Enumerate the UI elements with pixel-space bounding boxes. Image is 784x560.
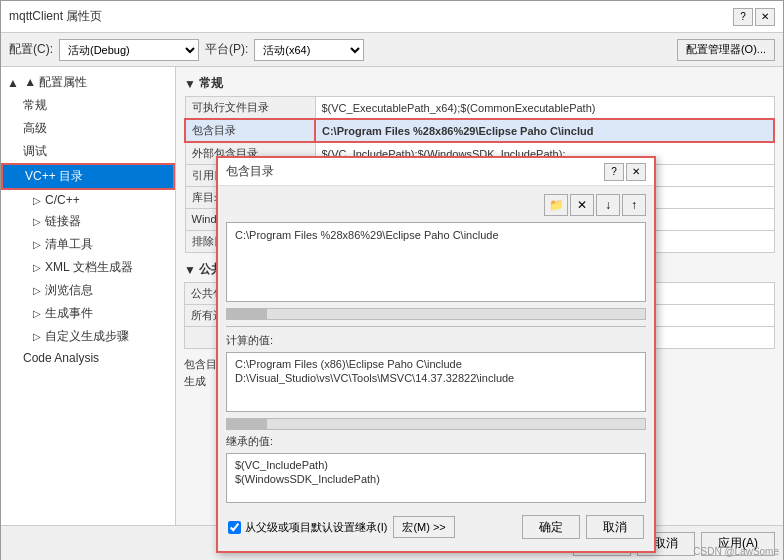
dialog-move-up-button[interactable]: ↑ — [622, 194, 646, 216]
custom-build-arrow-icon: ▷ — [33, 331, 41, 342]
computed-item-1: C:\Program Files (x86)\Eclipse Paho C\in… — [231, 357, 641, 371]
macro-button[interactable]: 宏(M) >> — [393, 516, 454, 538]
dialog-title-buttons: ? ✕ — [604, 163, 646, 181]
sidebar-collapse-icon: ▲ — [7, 76, 19, 90]
config-dropdown[interactable]: 活动(Debug) — [59, 39, 199, 61]
general-section-header: ▼ 常规 — [184, 75, 775, 92]
include-directory-dialog: 包含目录 ? ✕ 📁 ✕ ↓ ↑ C:\Program Files %28x86… — [216, 156, 656, 553]
dialog-separator — [226, 326, 646, 327]
dialog-move-down-button[interactable]: ↓ — [596, 194, 620, 216]
xml-arrow-icon: ▷ — [33, 262, 41, 273]
sidebar-item-linker[interactable]: ▷链接器 — [1, 210, 175, 233]
toolbar-row: 配置(C): 活动(Debug) 平台(P): 活动(x64) 配置管理器(O)… — [1, 33, 783, 67]
config-manager-button[interactable]: 配置管理器(O)... — [677, 39, 775, 61]
sidebar-item-manifest[interactable]: ▷清单工具 — [1, 233, 175, 256]
inherit-checkbox[interactable] — [228, 521, 241, 534]
dialog-footer-right: 确定 取消 — [522, 515, 644, 539]
sidebar-item-code-analysis[interactable]: Code Analysis — [1, 348, 175, 368]
sidebar-item-advanced[interactable]: 高级 — [1, 117, 175, 140]
sidebar-item-build-events[interactable]: ▷生成事件 — [1, 302, 175, 325]
sidebar-item-debug[interactable]: 调试 — [1, 140, 175, 163]
sidebar-item-general[interactable]: 常规 — [1, 94, 175, 117]
computed-item-2: D:\Visual_Studio\vs\VC\Tools\MSVC\14.37.… — [231, 371, 641, 385]
sidebar-item-xml[interactable]: ▷XML 文档生成器 — [1, 256, 175, 279]
sidebar-item-browse[interactable]: ▷浏览信息 — [1, 279, 175, 302]
title-bar-buttons: ? ✕ — [733, 8, 775, 26]
sidebar-section-label: ▲ 配置属性 — [24, 74, 87, 91]
inherited-item-1: $(VC_IncludePath) — [231, 458, 641, 472]
dialog-ok-button[interactable]: 确定 — [522, 515, 580, 539]
main-window: mqttClient 属性页 ? ✕ 配置(C): 活动(Debug) 平台(P… — [0, 0, 784, 560]
sidebar-section-header[interactable]: ▲ ▲ 配置属性 — [1, 71, 175, 94]
inherited-label: 继承的值: — [226, 434, 646, 449]
table-row: 可执行文件目录 $(VC_ExecutablePath_x64);$(Commo… — [185, 97, 774, 120]
dialog-footer: 从父级或项目默认设置继承(I) 宏(M) >> 确定 取消 — [226, 511, 646, 543]
row-label-include: 包含目录 — [185, 119, 315, 142]
dialog-delete-button[interactable]: ✕ — [570, 194, 594, 216]
dialog-footer-left: 从父级或项目默认设置继承(I) 宏(M) >> — [228, 516, 455, 538]
dialog-folder-button[interactable]: 📁 — [544, 194, 568, 216]
dialog-title: 包含目录 — [226, 163, 274, 180]
dialog-toolbar: 📁 ✕ ↓ ↑ — [226, 194, 646, 216]
manifest-arrow-icon: ▷ — [33, 239, 41, 250]
dialog-title-bar: 包含目录 ? ✕ — [218, 158, 654, 186]
window-title: mqttClient 属性页 — [9, 8, 102, 25]
general-section-arrow: ▼ — [184, 77, 196, 91]
row-value-executable[interactable]: $(VC_ExecutablePath_x64);$(CommonExecuta… — [315, 97, 774, 120]
linker-arrow-icon: ▷ — [33, 216, 41, 227]
computed-list-scrollbar[interactable] — [226, 418, 646, 430]
inherited-list: $(VC_IncludePath) $(WindowsSDK_IncludePa… — [226, 453, 646, 503]
inherited-item-2: $(WindowsSDK_IncludePath) — [231, 472, 641, 486]
platform-dropdown[interactable]: 活动(x64) — [254, 39, 364, 61]
sidebar: ▲ ▲ 配置属性 常规 高级 调试 VC++ 目录 ▷C/C++ ▷链接器 ▷清… — [1, 67, 176, 525]
dialog-list[interactable]: C:\Program Files %28x86%29\Eclipse Paho … — [226, 222, 646, 302]
dialog-list-scrollbar[interactable] — [226, 308, 646, 320]
row-label-executable: 可执行文件目录 — [185, 97, 315, 120]
watermark: CSDN @LawSome — [693, 546, 779, 557]
help-button[interactable]: ? — [733, 8, 753, 26]
dialog-close-button[interactable]: ✕ — [626, 163, 646, 181]
cpp-arrow-icon: ▷ — [33, 195, 41, 206]
build-events-arrow-icon: ▷ — [33, 308, 41, 319]
platform-label: 平台(P): — [205, 41, 248, 58]
list-item[interactable]: C:\Program Files %28x86%29\Eclipse Paho … — [231, 227, 641, 243]
sidebar-item-custom-build[interactable]: ▷自定义生成步骤 — [1, 325, 175, 348]
dialog-help-button[interactable]: ? — [604, 163, 624, 181]
close-button[interactable]: ✕ — [755, 8, 775, 26]
sidebar-item-cpp[interactable]: ▷C/C++ — [1, 190, 175, 210]
config-label: 配置(C): — [9, 41, 53, 58]
table-row-include: 包含目录 C:\Program Files %28x86%29\Eclipse … — [185, 119, 774, 142]
browse-arrow-icon: ▷ — [33, 285, 41, 296]
common-section-arrow: ▼ — [184, 263, 196, 277]
inherit-checkbox-label[interactable]: 从父级或项目默认设置继承(I) — [228, 520, 387, 535]
row-value-include[interactable]: C:\Program Files %28x86%29\Eclipse Paho … — [315, 119, 774, 142]
computed-list: C:\Program Files (x86)\Eclipse Paho C\in… — [226, 352, 646, 412]
scrollbar-thumb — [227, 309, 267, 319]
dialog-content: 📁 ✕ ↓ ↑ C:\Program Files %28x86%29\Eclip… — [218, 186, 654, 551]
inherit-checkbox-text: 从父级或项目默认设置继承(I) — [245, 520, 387, 535]
title-bar: mqttClient 属性页 ? ✕ — [1, 1, 783, 33]
computed-label: 计算的值: — [226, 333, 646, 348]
scrollbar-thumb-2 — [227, 419, 267, 429]
dialog-cancel-button[interactable]: 取消 — [586, 515, 644, 539]
sidebar-item-vcpp[interactable]: VC++ 目录 — [1, 163, 175, 190]
